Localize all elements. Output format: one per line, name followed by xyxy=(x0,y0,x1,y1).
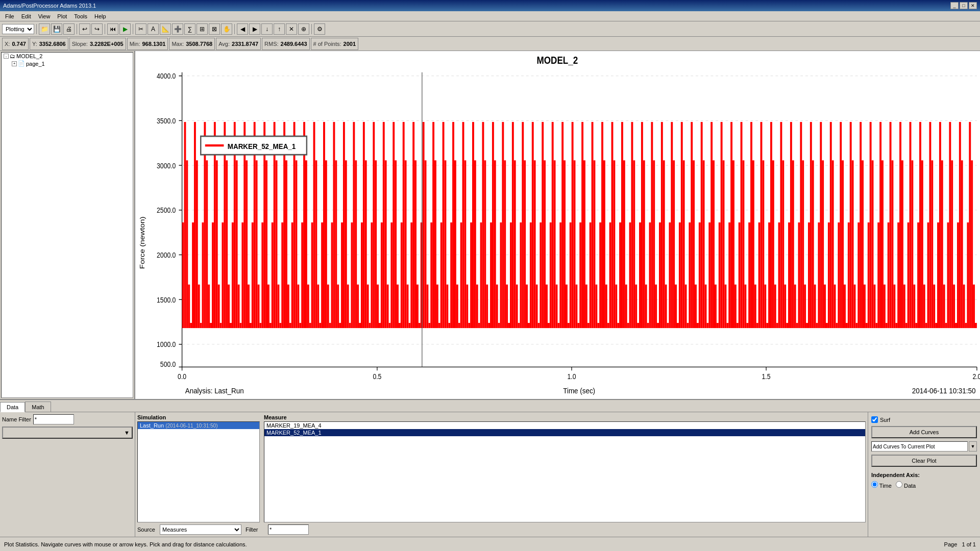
svg-rect-146 xyxy=(393,122,395,328)
measure-item-1[interactable]: MARKER_19_MEA_4 xyxy=(264,422,865,429)
measure-tool[interactable]: 📐 xyxy=(160,23,171,35)
nav-down[interactable]: ↓ xyxy=(261,23,273,35)
svg-rect-377 xyxy=(852,160,854,328)
svg-rect-259 xyxy=(617,323,619,328)
nav-left[interactable]: ◀ xyxy=(237,23,248,35)
open-button[interactable]: 📁 xyxy=(39,23,50,35)
svg-rect-248 xyxy=(595,285,597,328)
add-tool[interactable]: ➕ xyxy=(172,23,183,35)
svg-rect-156 xyxy=(412,122,414,328)
select-box-tool[interactable]: ⊠ xyxy=(209,23,220,35)
mode-select[interactable]: Plotting xyxy=(2,24,34,34)
svg-rect-253 xyxy=(605,285,607,328)
avg-stat: Avg: 2331.8747 xyxy=(216,38,261,50)
svg-rect-363 xyxy=(824,285,826,328)
nav-up[interactable]: ↑ xyxy=(274,23,285,35)
svg-rect-182 xyxy=(464,160,466,328)
zoom-fit[interactable]: ⊕ xyxy=(298,23,309,35)
svg-rect-187 xyxy=(474,160,476,328)
tree-expand-model2[interactable]: - xyxy=(4,54,9,59)
curve-input-arrow-icon[interactable]: ▼ xyxy=(969,441,977,452)
add-curves-input[interactable] xyxy=(871,441,968,452)
svg-text:500.0: 500.0 xyxy=(160,361,176,369)
svg-rect-293 xyxy=(685,285,687,328)
menu-view[interactable]: View xyxy=(35,12,54,20)
menu-help[interactable]: Help xyxy=(91,12,109,20)
svg-rect-308 xyxy=(715,285,717,328)
tree-expand-page1[interactable]: + xyxy=(12,61,17,66)
menu-plot[interactable]: Plot xyxy=(54,12,70,20)
measure-list[interactable]: MARKER_19_MEA_4 MARKER_52_MEA_1 xyxy=(264,421,866,522)
svg-rect-119 xyxy=(339,323,341,328)
tree-item-model2[interactable]: - 🗂 MODEL_2 xyxy=(2,53,133,60)
print-button[interactable]: 🖨 xyxy=(63,23,75,35)
menu-bar: File Edit View Plot Tools Help xyxy=(0,11,980,21)
settings-btn[interactable]: ⚙ xyxy=(314,23,325,35)
tree-item-page1[interactable]: + 📄 page_1 xyxy=(2,60,133,67)
filter-dropdown-button[interactable]: ▼ xyxy=(2,427,133,439)
svg-rect-214 xyxy=(528,323,530,328)
svg-rect-111 xyxy=(323,122,325,328)
svg-rect-215 xyxy=(530,222,532,328)
svg-rect-169 xyxy=(438,323,440,328)
svg-rect-213 xyxy=(526,285,528,328)
undo-button[interactable]: ↩ xyxy=(79,23,90,35)
svg-rect-303 xyxy=(705,285,707,328)
sum-tool[interactable]: ∑ xyxy=(184,23,195,35)
svg-rect-50 xyxy=(202,222,204,328)
tree-area: - 🗂 MODEL_2 + 📄 page_1 xyxy=(1,52,133,398)
svg-rect-280 xyxy=(659,222,661,328)
close-button[interactable]: ✕ xyxy=(969,2,977,9)
text-tool[interactable]: A xyxy=(148,23,159,35)
svg-rect-286 xyxy=(671,122,673,328)
tab-math[interactable]: Math xyxy=(25,402,51,412)
cut-tool[interactable]: ✂ xyxy=(135,23,146,35)
cancel-btn[interactable]: ✕ xyxy=(286,23,297,35)
svg-rect-130 xyxy=(361,222,363,328)
svg-rect-249 xyxy=(597,323,599,328)
svg-rect-365 xyxy=(828,222,830,328)
source-select[interactable]: Measures xyxy=(160,524,241,535)
svg-rect-343 xyxy=(784,285,786,328)
tab-data[interactable]: Data xyxy=(0,402,25,412)
measure-item-2[interactable]: MARKER_52_MEA_1 xyxy=(264,429,865,436)
grid-tool[interactable]: ⊞ xyxy=(197,23,208,35)
svg-rect-427 xyxy=(951,160,953,328)
menu-file[interactable]: File xyxy=(2,12,17,20)
svg-rect-354 xyxy=(806,323,808,328)
simulation-list[interactable]: Last_Run (2014-06-11_10:31:50) xyxy=(137,421,260,522)
menu-edit[interactable]: Edit xyxy=(18,12,34,20)
svg-rect-375 xyxy=(848,222,850,328)
svg-rect-275 xyxy=(649,222,651,328)
name-filter-input[interactable] xyxy=(33,414,74,424)
pan-tool[interactable]: ✋ xyxy=(221,23,232,35)
start-button[interactable]: ⏮ xyxy=(107,23,118,35)
svg-rect-138 xyxy=(377,285,379,328)
sim-item-last-run[interactable]: Last_Run (2014-06-11_10:31:50) xyxy=(138,422,259,429)
svg-rect-198 xyxy=(496,285,498,328)
svg-rect-386 xyxy=(870,122,872,328)
svg-rect-422 xyxy=(941,160,943,328)
svg-rect-251 xyxy=(601,122,603,328)
minimize-button[interactable]: _ xyxy=(950,2,959,9)
surf-checkbox[interactable] xyxy=(871,416,878,423)
chart-area[interactable]: MODEL_2 Force (newton) 4000.0 3500.0 xyxy=(135,51,980,399)
redo-button[interactable]: ↪ xyxy=(91,23,103,35)
svg-rect-206 xyxy=(512,122,514,328)
filter-input[interactable] xyxy=(268,524,309,535)
maximize-button[interactable]: □ xyxy=(960,2,968,9)
add-curves-button[interactable]: Add Curves xyxy=(871,426,977,438)
svg-rect-120 xyxy=(341,222,343,328)
svg-rect-433 xyxy=(963,285,965,328)
clear-plot-button[interactable]: Clear Plot xyxy=(871,455,977,467)
data-radio[interactable] xyxy=(896,481,902,488)
page-info: Page 1 of 1 xyxy=(944,541,976,547)
save-button[interactable]: 💾 xyxy=(51,23,62,35)
time-radio[interactable] xyxy=(871,481,878,488)
nav-right[interactable]: ▶ xyxy=(249,23,260,35)
svg-rect-385 xyxy=(868,222,870,328)
menu-tools[interactable]: Tools xyxy=(71,12,90,20)
svg-rect-94 xyxy=(289,323,291,328)
svg-rect-309 xyxy=(717,323,719,328)
play-button[interactable]: ▶ xyxy=(119,23,131,35)
